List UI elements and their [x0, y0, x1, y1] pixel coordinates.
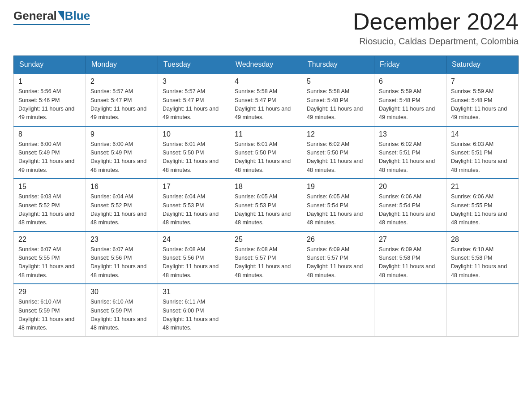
header-monday: Monday	[86, 56, 158, 74]
day-number: 16	[90, 183, 153, 191]
day-number: 29	[18, 288, 81, 296]
calendar-cell: 31Sunrise: 6:11 AMSunset: 6:00 PMDayligh…	[158, 284, 230, 336]
day-info: Sunrise: 5:57 AMSunset: 5:47 PMDaylight:…	[163, 87, 225, 122]
calendar-cell: 5Sunrise: 5:58 AMSunset: 5:48 PMDaylight…	[302, 73, 374, 126]
day-info: Sunrise: 6:08 AMSunset: 5:57 PMDaylight:…	[235, 245, 297, 280]
day-info: Sunrise: 6:11 AMSunset: 6:00 PMDaylight:…	[163, 298, 225, 333]
day-number: 8	[18, 130, 81, 138]
day-number: 13	[379, 130, 442, 138]
page-header: General Blue December 2024 Riosucio, Cal…	[13, 9, 519, 47]
logo-triangle-icon	[58, 11, 64, 21]
day-number: 24	[163, 235, 225, 244]
calendar-cell	[230, 284, 302, 336]
logo-underline	[13, 24, 90, 25]
calendar-cell: 14Sunrise: 6:03 AMSunset: 5:51 PMDayligh…	[446, 126, 519, 179]
day-number: 12	[307, 130, 369, 138]
day-info: Sunrise: 6:02 AMSunset: 5:50 PMDaylight:…	[307, 140, 369, 175]
day-info: Sunrise: 6:10 AMSunset: 5:58 PMDaylight:…	[451, 245, 514, 280]
header-saturday: Saturday	[446, 56, 519, 74]
day-info: Sunrise: 6:01 AMSunset: 5:50 PMDaylight:…	[163, 140, 225, 175]
day-info: Sunrise: 6:03 AMSunset: 5:51 PMDaylight:…	[451, 140, 514, 175]
day-number: 31	[163, 288, 225, 296]
day-number: 2	[90, 77, 153, 86]
day-number: 5	[307, 77, 369, 86]
calendar-cell: 16Sunrise: 6:04 AMSunset: 5:52 PMDayligh…	[86, 179, 158, 231]
day-info: Sunrise: 6:10 AMSunset: 5:59 PMDaylight:…	[90, 298, 153, 333]
day-info: Sunrise: 5:58 AMSunset: 5:47 PMDaylight:…	[235, 87, 297, 122]
calendar-cell: 8Sunrise: 6:00 AMSunset: 5:49 PMDaylight…	[14, 126, 86, 179]
day-info: Sunrise: 6:00 AMSunset: 5:49 PMDaylight:…	[90, 140, 153, 175]
day-number: 22	[18, 235, 81, 244]
logo-blue-text: Blue	[65, 9, 90, 23]
calendar-cell: 12Sunrise: 6:02 AMSunset: 5:50 PMDayligh…	[302, 126, 374, 179]
day-info: Sunrise: 5:58 AMSunset: 5:48 PMDaylight:…	[307, 87, 369, 122]
day-info: Sunrise: 6:02 AMSunset: 5:51 PMDaylight:…	[379, 140, 442, 175]
week-row-5: 29Sunrise: 6:10 AMSunset: 5:59 PMDayligh…	[14, 284, 519, 336]
week-row-1: 1Sunrise: 5:56 AMSunset: 5:46 PMDaylight…	[14, 73, 519, 126]
day-number: 21	[451, 183, 514, 191]
calendar-cell: 29Sunrise: 6:10 AMSunset: 5:59 PMDayligh…	[14, 284, 86, 336]
header-sunday: Sunday	[14, 56, 86, 74]
calendar-cell: 10Sunrise: 6:01 AMSunset: 5:50 PMDayligh…	[158, 126, 230, 179]
header-thursday: Thursday	[302, 56, 374, 74]
day-number: 25	[235, 235, 297, 244]
calendar-cell: 6Sunrise: 5:59 AMSunset: 5:48 PMDaylight…	[374, 73, 446, 126]
logo-general-text: General	[13, 9, 57, 23]
calendar-cell: 25Sunrise: 6:08 AMSunset: 5:57 PMDayligh…	[230, 231, 302, 284]
calendar-cell: 19Sunrise: 6:05 AMSunset: 5:54 PMDayligh…	[302, 179, 374, 231]
day-info: Sunrise: 5:56 AMSunset: 5:46 PMDaylight:…	[18, 87, 81, 122]
month-title: December 2024	[353, 9, 519, 34]
day-number: 15	[18, 183, 81, 191]
week-row-3: 15Sunrise: 6:03 AMSunset: 5:52 PMDayligh…	[14, 179, 519, 231]
calendar-cell: 27Sunrise: 6:09 AMSunset: 5:58 PMDayligh…	[374, 231, 446, 284]
day-info: Sunrise: 6:05 AMSunset: 5:54 PMDaylight:…	[307, 193, 369, 227]
logo: General Blue	[13, 9, 90, 25]
day-number: 6	[379, 77, 442, 86]
header-friday: Friday	[374, 56, 446, 74]
calendar-cell: 18Sunrise: 6:05 AMSunset: 5:53 PMDayligh…	[230, 179, 302, 231]
calendar-cell: 21Sunrise: 6:06 AMSunset: 5:55 PMDayligh…	[446, 179, 519, 231]
day-number: 11	[235, 130, 297, 138]
calendar-cell: 28Sunrise: 6:10 AMSunset: 5:58 PMDayligh…	[446, 231, 519, 284]
day-number: 26	[307, 235, 369, 244]
calendar-cell	[302, 284, 374, 336]
day-info: Sunrise: 5:59 AMSunset: 5:48 PMDaylight:…	[451, 87, 514, 122]
day-number: 14	[451, 130, 514, 138]
calendar-cell: 17Sunrise: 6:04 AMSunset: 5:53 PMDayligh…	[158, 179, 230, 231]
day-info: Sunrise: 6:06 AMSunset: 5:55 PMDaylight:…	[451, 193, 514, 227]
calendar-cell: 22Sunrise: 6:07 AMSunset: 5:55 PMDayligh…	[14, 231, 86, 284]
day-info: Sunrise: 6:10 AMSunset: 5:59 PMDaylight:…	[18, 298, 81, 333]
day-number: 30	[90, 288, 153, 296]
day-info: Sunrise: 6:08 AMSunset: 5:56 PMDaylight:…	[163, 245, 225, 280]
title-area: December 2024 Riosucio, Caldas Departmen…	[353, 9, 519, 47]
day-number: 1	[18, 77, 81, 86]
week-row-4: 22Sunrise: 6:07 AMSunset: 5:55 PMDayligh…	[14, 231, 519, 284]
calendar-cell: 15Sunrise: 6:03 AMSunset: 5:52 PMDayligh…	[14, 179, 86, 231]
calendar-cell: 24Sunrise: 6:08 AMSunset: 5:56 PMDayligh…	[158, 231, 230, 284]
calendar-cell: 13Sunrise: 6:02 AMSunset: 5:51 PMDayligh…	[374, 126, 446, 179]
day-info: Sunrise: 5:59 AMSunset: 5:48 PMDaylight:…	[379, 87, 442, 122]
calendar-cell: 26Sunrise: 6:09 AMSunset: 5:57 PMDayligh…	[302, 231, 374, 284]
day-number: 9	[90, 130, 153, 138]
day-number: 23	[90, 235, 153, 244]
calendar-cell: 3Sunrise: 5:57 AMSunset: 5:47 PMDaylight…	[158, 73, 230, 126]
day-number: 4	[235, 77, 297, 86]
day-number: 17	[163, 183, 225, 191]
day-number: 18	[235, 183, 297, 191]
day-info: Sunrise: 6:05 AMSunset: 5:53 PMDaylight:…	[235, 193, 297, 227]
header-tuesday: Tuesday	[158, 56, 230, 74]
day-number: 7	[451, 77, 514, 86]
day-info: Sunrise: 6:01 AMSunset: 5:50 PMDaylight:…	[235, 140, 297, 175]
day-info: Sunrise: 5:57 AMSunset: 5:47 PMDaylight:…	[90, 87, 153, 122]
day-number: 28	[451, 235, 514, 244]
header-wednesday: Wednesday	[230, 56, 302, 74]
day-number: 19	[307, 183, 369, 191]
calendar-cell	[446, 284, 519, 336]
day-info: Sunrise: 6:04 AMSunset: 5:52 PMDaylight:…	[90, 193, 153, 227]
calendar-cell: 7Sunrise: 5:59 AMSunset: 5:48 PMDaylight…	[446, 73, 519, 126]
calendar-cell: 20Sunrise: 6:06 AMSunset: 5:54 PMDayligh…	[374, 179, 446, 231]
day-info: Sunrise: 6:03 AMSunset: 5:52 PMDaylight:…	[18, 193, 81, 227]
calendar-cell: 11Sunrise: 6:01 AMSunset: 5:50 PMDayligh…	[230, 126, 302, 179]
day-info: Sunrise: 6:09 AMSunset: 5:58 PMDaylight:…	[379, 245, 442, 280]
location-title: Riosucio, Caldas Department, Colombia	[353, 36, 519, 47]
